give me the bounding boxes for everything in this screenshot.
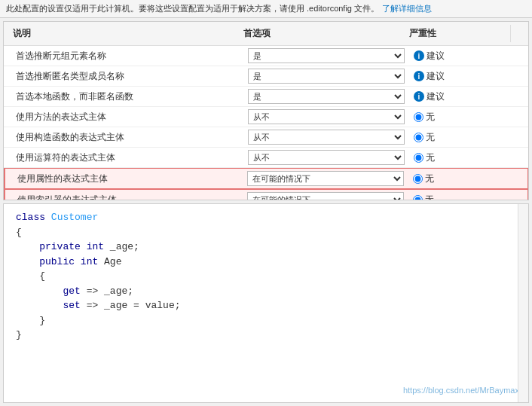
settings-row: 使用构造函数的表达式主体 从不 无 (4, 127, 528, 148)
open-brace2: { (39, 270, 45, 282)
col-header-pref: 首选项 (239, 25, 405, 42)
row-sev: 无 (409, 108, 515, 126)
get-body: _age; (104, 285, 133, 297)
pref-select[interactable]: 是 (248, 89, 405, 104)
pref-select[interactable]: 从不 (248, 109, 405, 124)
class-keyword: class (16, 212, 45, 223)
get-keyword: get (63, 285, 80, 297)
settings-row: 使用方法的表达式主体 从不 无 (4, 107, 528, 127)
row-sev: i 建议 (409, 88, 515, 105)
arrow2: => (87, 300, 99, 311)
none-radio[interactable] (414, 112, 423, 122)
row-desc: 首选推断元组元素名称 (4, 47, 243, 65)
settings-row: 使用运算符的表达式主体 从不 无 (4, 148, 528, 168)
int-type2: int (81, 256, 98, 267)
row-pref[interactable]: 从不 (243, 107, 409, 127)
learn-more-link[interactable]: 了解详细信息 (382, 3, 432, 14)
watermark: https://blog.csdn.net/MrBaymax (403, 384, 519, 397)
close-brace2: } (39, 315, 45, 326)
panels-area: 说明 首选项 严重性 首选推断元组元素名称 是 i 建议 (0, 18, 532, 406)
radio-none: 无 (413, 172, 434, 185)
settings-header: 说明 首选项 严重性 (4, 22, 528, 46)
field-ident: _age; (110, 241, 139, 252)
none-label: 无 (425, 194, 434, 200)
row-desc: 使用构造函数的表达式主体 (4, 129, 243, 146)
row-pref[interactable]: 在可能的情况下 (243, 190, 408, 200)
set-keyword: set (63, 300, 80, 311)
prop-name: Age (104, 256, 121, 267)
none-label: 无 (426, 151, 435, 164)
row-desc: 首选推断匿名类型成员名称 (4, 68, 243, 85)
row-pref[interactable]: 是 (243, 46, 409, 66)
row-sev: 无 (409, 149, 515, 166)
row-pref[interactable]: 是 (243, 66, 409, 86)
row-sev: i 建议 (409, 68, 515, 85)
row-desc: 使用运算符的表达式主体 (4, 149, 243, 166)
arrow: => (87, 285, 99, 297)
pref-select[interactable]: 从不 (248, 150, 405, 165)
info-icon: i (414, 91, 424, 102)
row-sev: i 建议 (409, 47, 515, 65)
info-icon: i (414, 71, 424, 81)
row-sev: 无 (409, 129, 515, 146)
none-radio[interactable] (414, 153, 423, 163)
sev-label: 建议 (427, 70, 445, 83)
none-radio[interactable] (413, 174, 423, 184)
notice-text: 此处配置的设置仅适用于此计算机。要将这些设置配置为适用于解决方案，请使用 .ed… (6, 3, 379, 14)
pref-select[interactable]: 是 (248, 69, 405, 84)
row-pref[interactable]: 从不 (243, 148, 409, 167)
radio-none: 无 (413, 194, 434, 200)
pref-select[interactable]: 在可能的情况下 (247, 192, 404, 200)
header-scrollbar-stub (510, 25, 521, 42)
row-sev: 无 (408, 191, 514, 200)
code-content: class Customer { private int _age; publi… (16, 210, 522, 343)
settings-row: 首选本地函数，而非匿名函数 是 i 建议 (4, 87, 528, 107)
none-label: 无 (426, 111, 435, 124)
private-keyword: private (39, 241, 81, 252)
settings-body[interactable]: 首选推断元组元素名称 是 i 建议 首选推断匿名类型成员名称 是 (4, 46, 528, 200)
radio-none: 无 (414, 111, 435, 124)
pref-select[interactable]: 是 (248, 48, 405, 63)
none-label: 无 (426, 131, 435, 144)
int-type: int (87, 241, 104, 252)
row-pref[interactable]: 从不 (243, 127, 409, 147)
code-scrollbar[interactable] (518, 204, 528, 402)
row-pref[interactable]: 是 (243, 87, 409, 106)
public-keyword: public (39, 256, 75, 267)
col-header-desc: 说明 (8, 25, 239, 42)
row-pref[interactable]: 在可能的情况下 (243, 169, 408, 188)
radio-none: 无 (414, 151, 435, 164)
main-wrapper: 此处配置的设置仅适用于此计算机。要将这些设置配置为适用于解决方案，请使用 .ed… (0, 0, 532, 406)
set-body: _age = value; (104, 300, 180, 311)
none-label: 无 (425, 172, 434, 185)
radio-none: 无 (414, 131, 435, 144)
code-panel: class Customer { private int _age; publi… (3, 203, 529, 403)
open-brace: { (16, 227, 22, 238)
none-radio[interactable] (414, 133, 423, 142)
class-name: Customer (51, 212, 98, 223)
settings-row: 首选推断匿名类型成员名称 是 i 建议 (4, 66, 528, 87)
sev-label: 建议 (427, 50, 445, 63)
pref-select[interactable]: 在可能的情况下 (247, 171, 404, 186)
col-header-sev: 严重性 (405, 25, 510, 42)
row-desc: 首选本地函数，而非匿名函数 (4, 88, 243, 105)
none-radio[interactable] (413, 195, 423, 200)
top-notice-bar: 此处配置的设置仅适用于此计算机。要将这些设置配置为适用于解决方案，请使用 .ed… (0, 0, 532, 18)
settings-row: 首选推断元组元素名称 是 i 建议 (4, 46, 528, 66)
settings-row-highlighted: 使用索引器的表达式主体 在可能的情况下 无 (4, 189, 528, 200)
row-sev: 无 (408, 170, 514, 188)
settings-row-highlighted: 使用属性的表达式主体 在可能的情况下 无 (4, 168, 528, 189)
row-desc: 使用属性的表达式主体 (5, 170, 243, 188)
row-desc: 使用索引器的表达式主体 (5, 191, 243, 200)
pref-select[interactable]: 从不 (248, 130, 405, 145)
settings-panel: 说明 首选项 严重性 首选推断元组元素名称 是 i 建议 (3, 21, 529, 200)
sev-label: 建议 (427, 90, 445, 103)
close-brace1: } (16, 329, 22, 340)
row-desc: 使用方法的表达式主体 (4, 108, 243, 126)
